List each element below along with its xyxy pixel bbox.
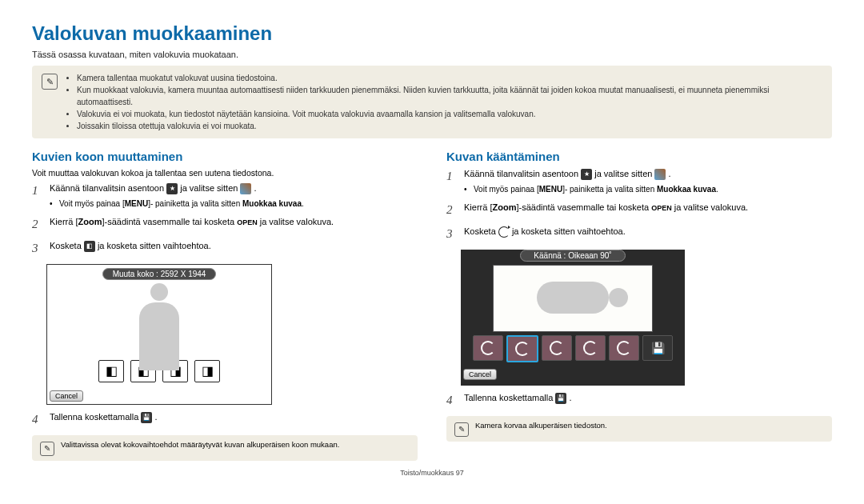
edit-image-icon bbox=[654, 169, 666, 180]
rotate-icon bbox=[498, 226, 510, 238]
menu-label: MENU bbox=[125, 199, 148, 208]
step-text: . bbox=[254, 183, 257, 193]
rotate-option-icon[interactable] bbox=[473, 335, 503, 361]
step-text: Kosketa bbox=[50, 241, 84, 250]
bullet-text: . bbox=[716, 185, 718, 194]
step-number: 3 bbox=[32, 240, 42, 258]
step-text: ]-säädintä vasemmalle tai kosketa bbox=[516, 202, 651, 212]
step-text: Tallenna koskettamalla bbox=[464, 393, 555, 402]
step-text: ja kosketa sitten vaihtoehtoa. bbox=[98, 241, 211, 250]
left-intro: Voit muuttaa valokuvan kokoa ja tallenta… bbox=[32, 168, 418, 178]
intro-text: Tässä osassa kuvataan, miten valokuvia m… bbox=[32, 50, 832, 59]
screenshot-label: Käännä : Oikeaan 90˚ bbox=[520, 250, 626, 262]
step-text: ]-säädintä vasemmalle tai kosketa bbox=[102, 217, 237, 226]
step-text: . bbox=[569, 393, 571, 402]
step-text: Tallenna koskettamalla bbox=[50, 412, 141, 422]
bold-text: Muokkaa kuvaa bbox=[657, 185, 716, 194]
bullet-text: Voit myös painaa [ bbox=[59, 199, 125, 208]
mode-dial-icon: ★ bbox=[581, 169, 592, 180]
step-text: . bbox=[154, 412, 157, 422]
edit-image-icon bbox=[240, 183, 251, 194]
step-text: Käännä tilanvalitsin asentoon bbox=[50, 183, 166, 193]
zoom-label: Zoom bbox=[492, 202, 516, 212]
step-number: 2 bbox=[32, 216, 42, 234]
rotate-option-icon[interactable] bbox=[575, 335, 606, 361]
resize-icon: ◧ bbox=[84, 241, 95, 252]
mode-dial-icon: ★ bbox=[166, 183, 178, 194]
bullet-text: ]- painiketta ja valita sitten bbox=[148, 199, 242, 208]
bullet-text: Voit myös painaa [ bbox=[474, 185, 539, 194]
step-number: 1 bbox=[446, 168, 456, 195]
step-text: ja valitse valokuva. bbox=[672, 202, 748, 212]
zoom-label: Zoom bbox=[78, 217, 102, 226]
step-number: 4 bbox=[446, 392, 456, 410]
cancel-button[interactable]: Cancel bbox=[50, 390, 83, 402]
right-tip: ✎ Kamera korvaa alkuperäisen tiedoston. bbox=[446, 416, 832, 442]
step-text: Kierrä [ bbox=[464, 202, 492, 212]
step-text: ja valitse sitten bbox=[594, 169, 654, 178]
callout-bullet: Kamera tallentaa muokatut valokuvat uusi… bbox=[77, 72, 822, 84]
save-option-icon[interactable]: 💾 bbox=[642, 335, 673, 361]
step-text: Kosketa bbox=[464, 226, 498, 236]
resize-option-icon[interactable]: ◧ bbox=[98, 360, 124, 382]
callout-bullet: Kun muokkaat valokuvia, kamera muuntaa a… bbox=[77, 84, 822, 108]
bullet-text: . bbox=[302, 199, 304, 208]
step-number: 3 bbox=[446, 226, 456, 243]
step-number: 1 bbox=[32, 182, 42, 210]
menu-label: MENU bbox=[539, 185, 562, 194]
open-label: OPEN bbox=[651, 204, 672, 212]
open-label: OPEN bbox=[237, 218, 258, 226]
left-heading: Kuvien koon muuttaminen bbox=[32, 150, 418, 163]
page-title: Valokuvan muokkaaminen bbox=[32, 22, 832, 45]
note-icon: ✎ bbox=[454, 422, 469, 437]
step-number: 2 bbox=[446, 202, 456, 219]
step-text: ja kosketa sitten vaihtoehtoa. bbox=[512, 226, 626, 236]
step-text: Käännä tilanvalitsin asentoon bbox=[464, 169, 581, 178]
save-icon: 💾 bbox=[141, 412, 152, 423]
page-footer: Toisto/muokkaus 97 bbox=[32, 469, 832, 477]
cancel-button[interactable]: Cancel bbox=[463, 369, 497, 380]
tip-text: Valittavissa olevat kokovaihtoehdot määr… bbox=[61, 440, 339, 456]
rotate-option-icon[interactable] bbox=[542, 335, 572, 361]
step-text: ja valitse valokuva. bbox=[258, 217, 334, 226]
callout-bullet: Valokuvia ei voi muokata, kun tiedostot … bbox=[77, 108, 822, 120]
step-text: . bbox=[669, 169, 671, 178]
resize-screenshot: Muuta koko : 2592 X 1944 ◧ ◧ ◨ ◨ Cancel bbox=[46, 264, 272, 405]
main-callout: ✎ Kamera tallentaa muokatut valokuvat uu… bbox=[32, 66, 832, 138]
callout-bullet: Joissakin tiloissa otettuja valokuvia ei… bbox=[77, 120, 822, 132]
screenshot-label: Muuta koko : 2592 X 1944 bbox=[102, 268, 216, 280]
left-tip: ✎ Valittavissa olevat kokovaihtoehdot mä… bbox=[32, 435, 418, 461]
resize-option-icon[interactable]: ◨ bbox=[194, 360, 220, 382]
step-text: ja valitse sitten bbox=[180, 183, 240, 193]
bullet-text: ]- painiketta ja valita sitten bbox=[562, 185, 657, 194]
step-text: Kierrä [ bbox=[50, 217, 78, 226]
rotate-option-icon[interactable] bbox=[609, 335, 639, 361]
tip-text: Kamera korvaa alkuperäisen tiedoston. bbox=[475, 421, 607, 437]
note-icon: ✎ bbox=[42, 74, 58, 90]
bold-text: Muokkaa kuvaa bbox=[242, 199, 302, 208]
note-icon: ✎ bbox=[40, 442, 54, 456]
rotate-option-icon[interactable] bbox=[506, 335, 538, 362]
save-icon: 💾 bbox=[555, 393, 566, 404]
rotate-screenshot: Käännä : Oikeaan 90˚ 💾 Cancel bbox=[461, 250, 685, 386]
right-heading: Kuvan kääntäminen bbox=[446, 150, 832, 163]
step-number: 4 bbox=[32, 411, 42, 429]
